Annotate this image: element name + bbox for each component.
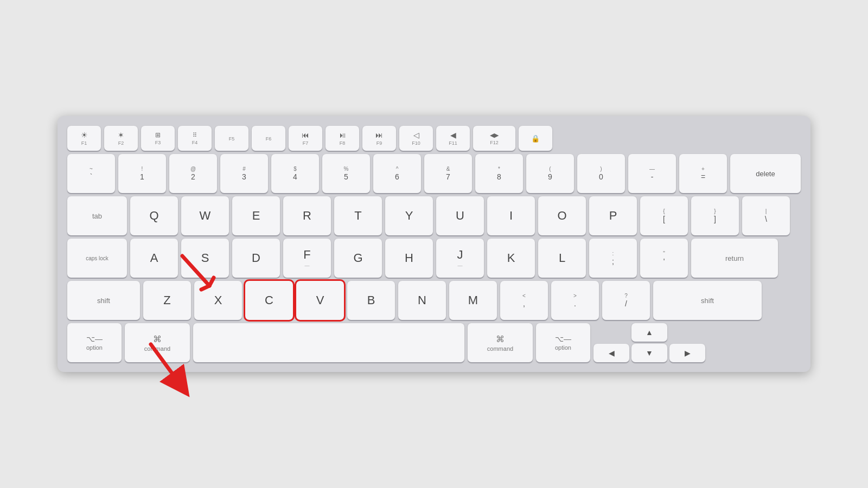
key-o[interactable]: O bbox=[538, 196, 586, 235]
key-y[interactable]: Y bbox=[385, 196, 433, 235]
key-8[interactable]: * 8 bbox=[475, 154, 523, 193]
key-f12[interactable]: ◀▶ F12 bbox=[473, 126, 515, 151]
key-h[interactable]: H bbox=[385, 239, 433, 278]
number-row: ~ ` ! 1 @ 2 # 3 $ 4 % 5 ^ 6 & 7 bbox=[67, 154, 801, 193]
key-i[interactable]: I bbox=[487, 196, 535, 235]
key-tilde[interactable]: ~ ` bbox=[67, 154, 115, 193]
key-equals[interactable]: + = bbox=[679, 154, 727, 193]
key-6[interactable]: ^ 6 bbox=[373, 154, 421, 193]
key-3[interactable]: # 3 bbox=[220, 154, 268, 193]
key-space[interactable] bbox=[193, 323, 464, 362]
key-arrow-left[interactable]: ◀ bbox=[593, 344, 629, 362]
key-s[interactable]: S bbox=[181, 239, 229, 278]
key-v[interactable]: V bbox=[296, 281, 344, 320]
key-slash[interactable]: ? / bbox=[602, 281, 650, 320]
key-period[interactable]: > . bbox=[551, 281, 599, 320]
key-1[interactable]: ! 1 bbox=[118, 154, 166, 193]
key-j[interactable]: J — bbox=[436, 239, 484, 278]
key-tab[interactable]: tab bbox=[67, 196, 127, 235]
key-f10[interactable]: ◁ F10 bbox=[399, 126, 433, 151]
key-delete[interactable]: delete bbox=[730, 154, 801, 193]
key-d[interactable]: D bbox=[232, 239, 280, 278]
arrow-key-group: ▲ ◀ ▼ ▶ bbox=[593, 323, 705, 362]
key-f9[interactable]: ⏭ F9 bbox=[362, 126, 396, 151]
key-caps-lock[interactable]: caps lock bbox=[67, 239, 127, 278]
key-arrow-up[interactable]: ▲ bbox=[631, 323, 667, 342]
key-rbracket[interactable]: } ] bbox=[691, 196, 739, 235]
key-shift-right[interactable]: shift bbox=[653, 281, 762, 320]
key-q[interactable]: Q bbox=[130, 196, 178, 235]
key-command-left[interactable]: ⌘ command bbox=[125, 323, 190, 362]
key-f3[interactable]: ⊞ F3 bbox=[141, 126, 175, 151]
key-z[interactable]: Z bbox=[143, 281, 191, 320]
key-option-left[interactable]: ⌥— option bbox=[67, 323, 122, 362]
fn-row: ☀ F1 ✶ F2 ⊞ F3 ⠿ F4 F5 F6 ⏮ F7 ⏯ F8 bbox=[67, 126, 801, 151]
key-5[interactable]: % 5 bbox=[322, 154, 370, 193]
key-4[interactable]: $ 4 bbox=[271, 154, 319, 193]
key-comma[interactable]: < , bbox=[500, 281, 548, 320]
key-t[interactable]: T bbox=[334, 196, 382, 235]
key-a[interactable]: A bbox=[130, 239, 178, 278]
key-g[interactable]: G bbox=[334, 239, 382, 278]
key-command-right[interactable]: ⌘ command bbox=[468, 323, 533, 362]
key-lbracket[interactable]: { [ bbox=[640, 196, 688, 235]
key-7[interactable]: & 7 bbox=[424, 154, 472, 193]
key-arrow-right[interactable]: ▶ bbox=[669, 344, 705, 362]
key-f2[interactable]: ✶ F2 bbox=[104, 126, 138, 151]
key-option-right[interactable]: ⌥— option bbox=[536, 323, 590, 362]
key-f11[interactable]: ◀ F11 bbox=[436, 126, 470, 151]
key-return[interactable]: return bbox=[691, 239, 778, 278]
key-f5[interactable]: F5 bbox=[215, 126, 248, 151]
key-f6[interactable]: F6 bbox=[252, 126, 285, 151]
key-f4[interactable]: ⠿ F4 bbox=[178, 126, 212, 151]
key-e[interactable]: E bbox=[232, 196, 280, 235]
key-quote[interactable]: " ' bbox=[640, 239, 688, 278]
key-lock[interactable]: 🔒 bbox=[519, 126, 552, 151]
key-f1[interactable]: ☀ F1 bbox=[67, 126, 101, 151]
keyboard: ☀ F1 ✶ F2 ⊞ F3 ⠿ F4 F5 F6 ⏮ F7 ⏯ F8 bbox=[58, 116, 810, 372]
key-arrow-down[interactable]: ▼ bbox=[631, 344, 667, 362]
key-backslash[interactable]: | \ bbox=[742, 196, 790, 235]
key-9[interactable]: ( 9 bbox=[526, 154, 574, 193]
key-w[interactable]: W bbox=[181, 196, 229, 235]
key-f8[interactable]: ⏯ F8 bbox=[326, 126, 359, 151]
key-2[interactable]: @ 2 bbox=[169, 154, 217, 193]
zxcv-row: shift Z X C V B N M < , > . bbox=[67, 281, 801, 320]
bottom-row: ⌥— option ⌘ command ⌘ command ⌥— option … bbox=[67, 323, 801, 362]
key-x[interactable]: X bbox=[194, 281, 242, 320]
key-r[interactable]: R bbox=[283, 196, 331, 235]
key-k[interactable]: K bbox=[487, 239, 535, 278]
asdf-row: caps lock A S D F — G H J — bbox=[67, 239, 801, 278]
key-b[interactable]: B bbox=[347, 281, 395, 320]
key-l[interactable]: L bbox=[538, 239, 586, 278]
key-f[interactable]: F — bbox=[283, 239, 331, 278]
key-p[interactable]: P bbox=[589, 196, 637, 235]
key-c[interactable]: C bbox=[245, 281, 293, 320]
key-f7[interactable]: ⏮ F7 bbox=[289, 126, 322, 151]
qwerty-row: tab Q W E R T Y U I O P bbox=[67, 196, 801, 235]
key-0[interactable]: ) 0 bbox=[577, 154, 625, 193]
key-shift-left[interactable]: shift bbox=[67, 281, 140, 320]
key-m[interactable]: M bbox=[449, 281, 497, 320]
key-n[interactable]: N bbox=[398, 281, 446, 320]
key-semicolon[interactable]: : ; bbox=[589, 239, 637, 278]
key-minus[interactable]: — - bbox=[628, 154, 676, 193]
key-u[interactable]: U bbox=[436, 196, 484, 235]
